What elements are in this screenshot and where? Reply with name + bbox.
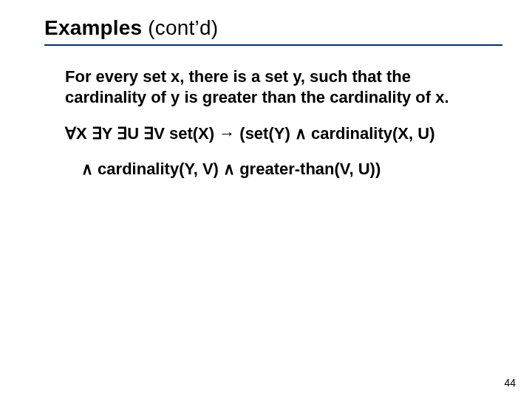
- title-rest: (cont’d): [142, 16, 218, 39]
- slide: Examples (cont’d) For every set x, there…: [0, 0, 532, 399]
- formula-line-2: ∧ cardinality(Y, V) ∧ greater-than(V, U)…: [65, 159, 502, 180]
- slide-body: For every set x, there is a set y, such …: [44, 66, 502, 179]
- slide-title: Examples (cont’d): [44, 16, 502, 40]
- page-number: 44: [504, 377, 516, 389]
- formula-line-1: ∀X ∃Y ∃U ∃V set(X) → (set(Y) ∧ cardinali…: [65, 123, 502, 144]
- title-bold: Examples: [44, 16, 142, 39]
- statement-text: For every set x, there is a set y, such …: [65, 66, 479, 107]
- title-underline: [44, 44, 502, 46]
